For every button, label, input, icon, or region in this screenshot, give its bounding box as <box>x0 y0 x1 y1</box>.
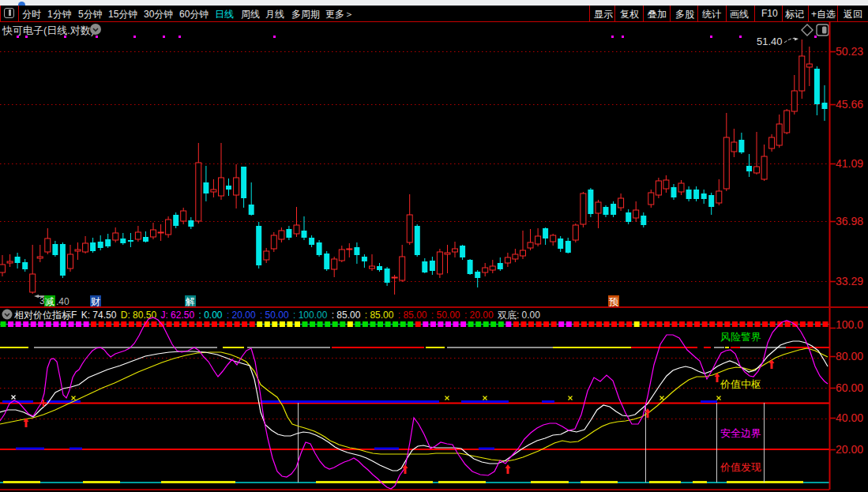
svg-text:财: 财 <box>91 296 100 307</box>
svg-text:3: 3 <box>39 295 45 306</box>
svg-text:预: 预 <box>609 296 618 307</box>
svg-text:60.00: 60.00 <box>836 381 863 394</box>
svg-text:.40: .40 <box>56 296 70 307</box>
svg-text:51.40: 51.40 <box>757 36 783 47</box>
svg-text:36.98: 36.98 <box>836 215 863 227</box>
svg-text:风险警界: 风险警界 <box>720 331 761 343</box>
svg-text:50.23: 50.23 <box>836 45 863 58</box>
svg-text:41.09: 41.09 <box>836 157 863 170</box>
svg-text:100.0: 100.0 <box>836 318 863 331</box>
svg-text:解: 解 <box>186 296 195 307</box>
svg-text:33.29: 33.29 <box>836 275 863 287</box>
svg-text:20.00: 20.00 <box>836 443 863 456</box>
svg-text:45.66: 45.66 <box>836 98 863 111</box>
svg-text:价值发现: 价值发现 <box>720 461 761 473</box>
svg-text:40.00: 40.00 <box>836 411 863 424</box>
svg-text:减: 减 <box>45 296 54 307</box>
svg-text:安全边界: 安全边界 <box>720 427 761 439</box>
svg-text:80.00: 80.00 <box>836 350 863 362</box>
svg-text:价值中枢: 价值中枢 <box>720 378 761 390</box>
